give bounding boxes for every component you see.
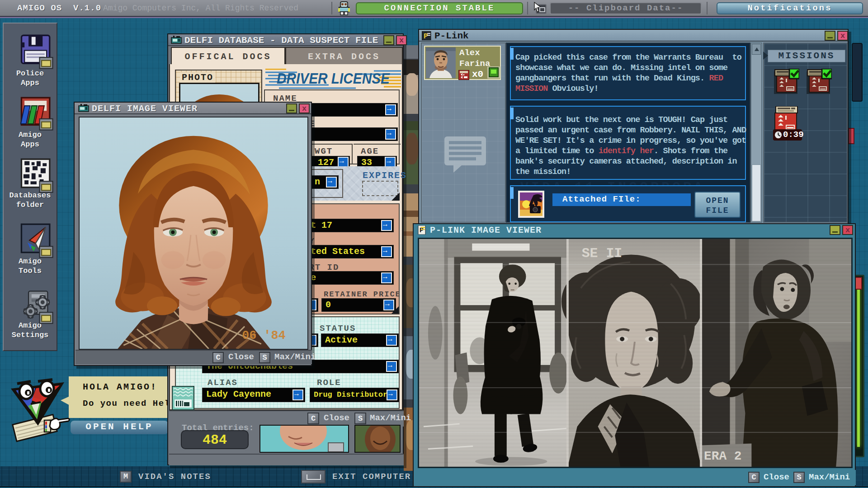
svg-text:DRIVER LICENSE: DRIVER LICENSE bbox=[277, 70, 390, 87]
